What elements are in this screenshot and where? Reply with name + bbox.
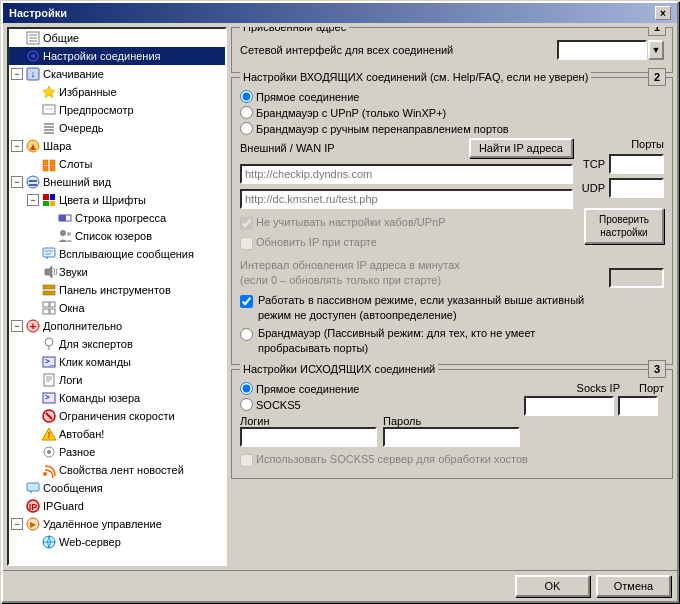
expand-appearance[interactable]: − <box>11 176 23 188</box>
check-updateip <box>240 237 253 250</box>
messages-icon <box>25 480 41 496</box>
radio-manual[interactable] <box>240 122 253 135</box>
radio-upnp-label[interactable]: Брандмауэр с UPnP (только WinXP+) <box>256 107 446 119</box>
sidebar-item-ipguard[interactable]: IP IPGuard <box>9 497 225 515</box>
sidebar-item-queue[interactable]: Очередь <box>9 119 225 137</box>
svg-text:▶: ▶ <box>30 520 37 529</box>
url1-input[interactable] <box>240 164 573 184</box>
sidebar-item-rss[interactable]: Свойства лент новостей <box>9 461 225 479</box>
sidebar-item-autobahn[interactable]: ! Автобан! <box>9 425 225 443</box>
sidebar-label-appearance: Внешний вид <box>43 176 111 188</box>
radio-upnp[interactable] <box>240 106 253 119</box>
ipguard-icon: IP <box>25 498 41 514</box>
radio-manual-label[interactable]: Брандмауэр с ручным перенаправлением пор… <box>256 123 509 135</box>
incoming-grid: Внешний / WAN IP Найти IP адреса Не учит… <box>240 138 664 289</box>
firewall-label: Брандмауэр (Пассивный режим: для тех, кт… <box>258 326 664 357</box>
tcp-row: TCP 10100 <box>575 154 664 174</box>
port-input[interactable]: 1080 <box>618 396 658 416</box>
svg-rect-27 <box>50 201 55 206</box>
webserver-icon <box>41 534 57 550</box>
firewall-radio[interactable] <box>240 328 253 341</box>
sidebar-item-appearance[interactable]: − Внешний вид <box>9 173 225 191</box>
svg-rect-24 <box>43 194 49 200</box>
address-label: Сетевой интерфейс для всех соединений <box>240 44 453 56</box>
sidebar-item-slots[interactable]: Слоты <box>9 155 225 173</box>
incoming-left: Внешний / WAN IP Найти IP адреса Не учит… <box>240 138 573 289</box>
address-row: Сетевой интерфейс для всех соединений 0.… <box>240 40 664 60</box>
sidebar-item-progress[interactable]: Строка прогресса <box>9 209 225 227</box>
cancel-button[interactable]: Отмена <box>596 575 671 597</box>
sidebar-item-logs[interactable]: Логи <box>9 371 225 389</box>
sidebar-item-general[interactable]: Общие <box>9 29 225 47</box>
group2-number: 2 <box>648 68 666 86</box>
sidebar-item-usercmds[interactable]: > Команды юзера <box>9 389 225 407</box>
socks5-hosts-label: Использовать SOCKS5 сервер для обработки… <box>256 453 528 465</box>
download-icon: ↓ <box>25 66 41 82</box>
wan-header-row: Внешний / WAN IP Найти IP адреса <box>240 138 573 158</box>
sidebar-item-misc[interactable]: Разное <box>9 443 225 461</box>
tcp-input[interactable]: 10100 <box>609 154 664 174</box>
group3-number: 3 <box>648 360 666 378</box>
passive-check[interactable] <box>240 295 253 308</box>
sidebar-item-connection[interactable]: Настройки соединения <box>9 47 225 65</box>
sidebar-item-favorites[interactable]: Избранные <box>9 83 225 101</box>
sidebar-item-colors[interactable]: − Цвета и Шрифты <box>9 191 225 209</box>
popups-icon <box>41 246 57 262</box>
slots-icon <box>41 156 57 172</box>
misc-icon <box>41 444 57 460</box>
svg-rect-19 <box>43 166 48 171</box>
ok-button[interactable]: OK <box>515 575 590 597</box>
sidebar-label-general: Общие <box>43 32 79 44</box>
sidebar-item-webserver[interactable]: Web-сервер <box>9 533 225 551</box>
find-ip-button[interactable]: Найти IP адреса <box>469 138 573 158</box>
svg-point-31 <box>67 232 71 236</box>
login-input[interactable] <box>240 427 377 447</box>
sidebar-item-remote[interactable]: − ▶ Удалённое управление <box>9 515 225 533</box>
sidebar-item-limits[interactable]: Ограничения скорости <box>9 407 225 425</box>
outgoing-socks5-label[interactable]: SOCKS5 <box>256 399 301 411</box>
content-area: Общие Настройки соединения − ↓ Скачивани… <box>3 23 677 570</box>
pass-input[interactable] <box>383 427 520 447</box>
socks-header: Socks IP Порт <box>524 382 664 394</box>
close-button[interactable]: × <box>655 6 671 20</box>
outgoing-direct-radio[interactable] <box>240 382 253 395</box>
sidebar-item-windows[interactable]: Окна <box>9 299 225 317</box>
sidebar-item-preview[interactable]: Предпросмотр <box>9 101 225 119</box>
socks-ip-input[interactable] <box>524 396 614 416</box>
svg-point-5 <box>31 54 35 58</box>
sidebar-item-share[interactable]: − ▲ Шара <box>9 137 225 155</box>
sidebar-item-toolbar[interactable]: Панель инструментов <box>9 281 225 299</box>
address-dropdown-btn[interactable]: ▼ <box>648 40 664 60</box>
outgoing-direct-label[interactable]: Прямое соединение <box>256 383 359 395</box>
sidebar-label-messages: Сообщения <box>43 482 103 494</box>
url2-input[interactable] <box>240 189 573 209</box>
address-input[interactable]: 0.0.0.0 <box>557 40 647 60</box>
expand-remote[interactable]: − <box>11 518 23 530</box>
sidebar-item-cmdline[interactable]: >_ Клик команды <box>9 353 225 371</box>
interval-input-row: 0 <box>609 268 664 288</box>
outgoing-socks5-radio[interactable] <box>240 398 253 411</box>
expand-colors[interactable]: − <box>27 194 39 206</box>
udp-input[interactable]: 10100 <box>609 178 664 198</box>
radio-direct[interactable] <box>240 90 253 103</box>
check-noupnp-label: Не учитывать настройки хабов/UPnP <box>256 216 446 228</box>
sidebar-item-download[interactable]: − ↓ Скачивание <box>9 65 225 83</box>
outgoing-socks5-row: SOCKS5 <box>240 398 520 411</box>
sidebar-item-messages[interactable]: Сообщения <box>9 479 225 497</box>
sidebar-item-userlist[interactable]: Список юзеров <box>9 227 225 245</box>
sidebar-label-connection: Настройки соединения <box>43 50 161 62</box>
expand-download[interactable]: − <box>11 68 23 80</box>
sidebar-label-sounds: Звуки <box>59 266 88 278</box>
sidebar-item-sounds[interactable]: ))) Звуки <box>9 263 225 281</box>
svg-marker-36 <box>45 266 52 278</box>
sidebar-item-advanced[interactable]: − + Дополнительно <box>9 317 225 335</box>
expand-share[interactable]: − <box>11 140 23 152</box>
sidebar-item-popups[interactable]: Всплывающие сообщения <box>9 245 225 263</box>
settings-window: Настройки × Общие Настройки соединения −… <box>1 1 679 603</box>
radio-direct-label[interactable]: Прямое соединение <box>256 91 359 103</box>
svg-rect-41 <box>50 302 55 307</box>
expand-advanced[interactable]: − <box>11 320 23 332</box>
sidebar-item-experts[interactable]: Для экспертов <box>9 335 225 353</box>
verify-button[interactable]: Проверитьнастройки <box>584 208 664 244</box>
sidebar-label-queue: Очередь <box>59 122 104 134</box>
